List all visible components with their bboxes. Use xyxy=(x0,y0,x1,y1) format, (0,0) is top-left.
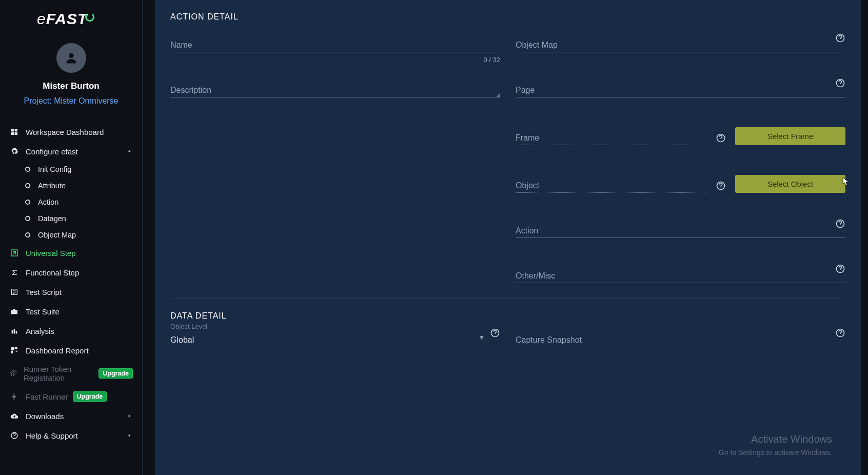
user-icon xyxy=(64,51,78,65)
dashboard-icon xyxy=(9,127,19,137)
svg-point-9 xyxy=(26,233,30,237)
cloud-download-icon xyxy=(9,411,19,421)
sidebar-label: Runner Token Registration xyxy=(24,365,94,382)
sidebar-item-analysis[interactable]: Analysis xyxy=(0,321,142,341)
sidebar-label: Workspace Dashboard xyxy=(26,128,104,136)
help-icon[interactable] xyxy=(835,78,845,88)
sidebar-item-runner-token[interactable]: Runner Token Registration Upgrade xyxy=(0,360,142,387)
sidebar-item-dashboard-report[interactable]: + Dashboard Report xyxy=(0,341,142,360)
help-icon[interactable] xyxy=(835,219,845,229)
help-icon[interactable] xyxy=(835,264,845,274)
script-icon xyxy=(9,287,19,297)
fingerprint-icon xyxy=(9,368,17,379)
svg-rect-4 xyxy=(15,132,17,135)
logo-e: e xyxy=(37,10,46,27)
circle-icon xyxy=(24,165,32,173)
svg-point-6 xyxy=(26,184,30,188)
chevron-right-icon xyxy=(126,412,133,420)
sidebar-item-downloads[interactable]: Downloads xyxy=(0,406,142,426)
sidebar-label: Help & Support xyxy=(26,431,78,440)
upgrade-badge[interactable]: Upgrade xyxy=(73,391,107,402)
svg-point-8 xyxy=(26,216,30,221)
sidebar-item-workspace-dashboard[interactable]: Workspace Dashboard xyxy=(0,122,142,142)
object-level-field[interactable]: Object Level ▼ Global xyxy=(170,332,500,347)
action-label: Action xyxy=(516,226,538,235)
universal-step-icon xyxy=(9,248,19,258)
sidebar-nav: Workspace Dashboard Configure efast Init… xyxy=(0,122,142,475)
svg-point-5 xyxy=(26,167,30,171)
chevron-down-icon xyxy=(126,148,133,155)
page-label: Page xyxy=(516,86,535,95)
frame-field[interactable]: Frame xyxy=(516,130,706,145)
chevron-right-icon xyxy=(126,432,133,439)
capture-snapshot-field[interactable]: Capture Snapshot xyxy=(516,332,845,347)
description-label: Description xyxy=(170,86,211,95)
action-field[interactable]: Action xyxy=(516,223,845,238)
object-level-value: Global xyxy=(170,335,194,345)
sidebar-label: Attribute xyxy=(38,182,66,190)
sidebar-item-action[interactable]: Action xyxy=(14,194,142,210)
svg-text:+: + xyxy=(15,349,18,354)
svg-point-7 xyxy=(26,200,30,204)
sidebar-label: Configure efast xyxy=(26,147,78,156)
chart-icon xyxy=(9,326,19,336)
frame-label: Frame xyxy=(516,133,539,143)
select-object-button[interactable]: Select Object xyxy=(735,175,845,193)
object-field[interactable]: Object xyxy=(516,177,706,193)
sidebar-item-attribute[interactable]: Attribute xyxy=(14,177,142,194)
svg-rect-16 xyxy=(12,330,13,334)
help-icon[interactable] xyxy=(716,133,726,143)
profile-block: Mister Burton Project: Mister Omniverse xyxy=(0,33,142,111)
select-frame-button[interactable]: Select Frame xyxy=(735,127,845,145)
sidebar-item-functional-step[interactable]: Functional Step xyxy=(0,263,142,282)
sidebar-label: Init Config xyxy=(38,165,71,173)
main-content: ACTION DETAIL Name 0 / 32 Object Map Des… xyxy=(143,0,868,475)
logo-ring-icon xyxy=(85,12,94,22)
help-icon[interactable] xyxy=(835,328,845,338)
bolt-icon xyxy=(9,391,19,402)
description-field[interactable]: Description ◢ xyxy=(170,82,500,97)
sidebar-item-datagen[interactable]: Datagen xyxy=(14,210,142,227)
sidebar-item-object-map[interactable]: Object Map xyxy=(14,227,142,243)
sidebar-item-test-suite[interactable]: Test Suite xyxy=(0,302,142,321)
name-label: Name xyxy=(170,41,192,50)
app-logo: eFAST xyxy=(0,0,142,33)
sigma-icon xyxy=(9,267,19,278)
object-map-field[interactable]: Object Map xyxy=(516,37,845,52)
help-icon[interactable] xyxy=(835,33,845,43)
other-field[interactable]: Other/Misc xyxy=(516,268,845,283)
sidebar-item-test-script[interactable]: Test Script xyxy=(0,282,142,302)
upgrade-badge[interactable]: Upgrade xyxy=(98,368,133,379)
sidebar-label: Action xyxy=(38,198,58,206)
page-field[interactable]: Page xyxy=(516,82,845,97)
divider xyxy=(170,299,845,299)
sidebar-label: Test Script xyxy=(26,288,62,296)
svg-rect-21 xyxy=(11,351,13,353)
help-icon[interactable] xyxy=(490,328,500,338)
action-detail-panel: ACTION DETAIL Name 0 / 32 Object Map Des… xyxy=(155,0,861,475)
name-field[interactable]: Name 0 / 32 xyxy=(170,37,500,52)
dropdown-icon: ▼ xyxy=(479,334,485,341)
capture-snapshot-label: Capture Snapshot xyxy=(516,335,582,345)
sidebar-item-universal-step[interactable]: Universal Step xyxy=(0,243,142,263)
sidebar-label: Fast Runner xyxy=(26,392,68,401)
circle-icon xyxy=(24,182,32,190)
sidebar-item-configure[interactable]: Configure efast xyxy=(0,142,142,161)
configure-submenu: Init Config Attribute Action Datagen Obj… xyxy=(0,161,142,243)
sidebar-item-fast-runner[interactable]: Fast Runner Upgrade xyxy=(0,387,142,406)
svg-rect-1 xyxy=(11,129,14,131)
sidebar-label: Test Suite xyxy=(26,307,60,316)
circle-icon xyxy=(24,214,32,223)
help-icon xyxy=(9,430,19,441)
help-icon[interactable] xyxy=(716,181,726,191)
sidebar-item-help[interactable]: Help & Support xyxy=(0,426,142,445)
sidebar-label: Object Map xyxy=(38,231,76,239)
sidebar: eFAST Mister Burton Project: Mister Omni… xyxy=(0,0,143,475)
svg-rect-17 xyxy=(14,329,15,333)
svg-rect-15 xyxy=(11,310,17,314)
avatar[interactable] xyxy=(56,43,86,73)
project-name: Project: Mister Omniverse xyxy=(0,96,142,106)
sidebar-item-init-config[interactable]: Init Config xyxy=(14,161,142,177)
svg-point-0 xyxy=(69,53,73,58)
svg-rect-2 xyxy=(15,129,17,131)
